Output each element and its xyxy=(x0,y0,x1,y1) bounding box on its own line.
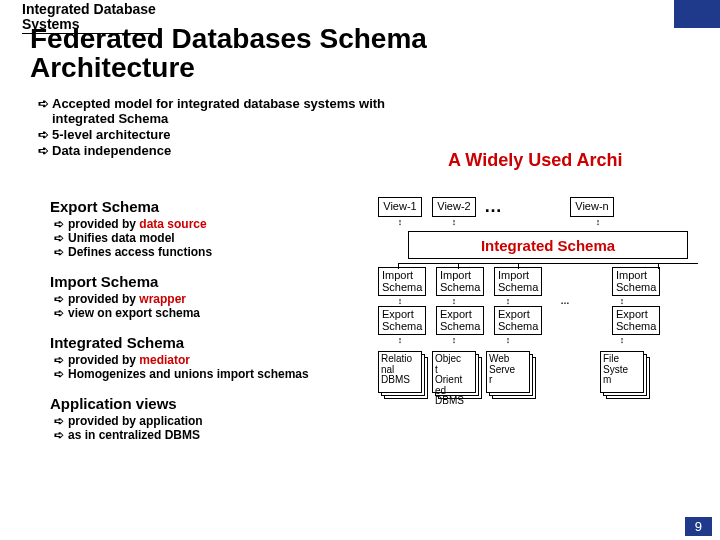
ellipsis-icon: … xyxy=(530,296,600,306)
updown-icon: ↕ xyxy=(486,296,530,306)
bullet-text: Accepted model for integrated database s… xyxy=(52,96,438,126)
architecture-diagram: View-1 View-2 … View-n ↕ ↕ ↕ Integrated … xyxy=(378,196,718,397)
arrow-icon: ➪ xyxy=(54,292,68,306)
item-text: provided by xyxy=(68,217,139,231)
import-row: Import Schema Import Schema Import Schem… xyxy=(378,267,718,296)
item-red: mediator xyxy=(139,353,190,367)
hbar xyxy=(398,263,698,264)
section-heading: Export Schema xyxy=(50,198,360,215)
db-stack: File Syste m xyxy=(600,351,644,397)
ellipsis-icon: … xyxy=(476,196,510,217)
export-row: Export Schema Export Schema Export Schem… xyxy=(378,306,718,335)
updown-icon: ↕ xyxy=(576,217,620,227)
integrated-schema-box: Integrated Schema xyxy=(408,231,688,259)
updown-icon: ↕ xyxy=(600,296,644,306)
section-integrated-schema: Integrated Schema ➪provided by mediator … xyxy=(50,334,360,381)
arrow-icon: ➪ xyxy=(54,217,68,231)
db-stack: Relatio nal DBMS xyxy=(378,351,422,397)
item-text: provided by xyxy=(68,353,139,367)
item-text: provided by application xyxy=(68,414,203,428)
arrow-icon: ➪ xyxy=(54,353,68,367)
updown-icon: ↕ xyxy=(432,296,476,306)
arrow-icon: ➪ xyxy=(38,96,52,126)
section-heading: Application views xyxy=(50,395,360,412)
arrow-icon: ➪ xyxy=(54,306,68,320)
sections: Export Schema ➪provided by data source ➪… xyxy=(50,198,360,456)
section-export-schema: Export Schema ➪provided by data source ➪… xyxy=(50,198,360,259)
arrow-icon: ➪ xyxy=(54,428,68,442)
item-text: Defines access functions xyxy=(68,245,212,259)
section-application-views: Application views ➪provided by applicati… xyxy=(50,395,360,442)
bullet-text: 5-level architecture xyxy=(52,127,171,142)
view-box: View-2 xyxy=(432,197,476,217)
export-schema-box: Export Schema xyxy=(436,306,484,335)
arrow-icon: ➪ xyxy=(38,127,52,142)
export-schema-box: Export Schema xyxy=(378,306,426,335)
item-text: provided by xyxy=(68,292,139,306)
arrow-icon: ➪ xyxy=(54,414,68,428)
bullet-text: Data independence xyxy=(52,143,171,158)
item-text: as in centralized DBMS xyxy=(68,428,200,442)
export-schema-box: Export Schema xyxy=(612,306,660,335)
decor-blue-block xyxy=(674,0,720,28)
slide-number: 9 xyxy=(685,517,712,536)
db-stack: Objec t Orient ed DBMS xyxy=(432,351,476,397)
db-row: Relatio nal DBMS Objec t Orient ed DBMS … xyxy=(378,351,718,397)
connectors: ↕ ↕ ↕ xyxy=(378,217,718,227)
import-schema-box: Import Schema xyxy=(612,267,660,296)
top-bullets: ➪Accepted model for integrated database … xyxy=(38,96,438,159)
updown-icon: ↕ xyxy=(378,335,422,345)
arrow-icon: ➪ xyxy=(54,245,68,259)
connectors: ↕ ↕ ↕ … ↕ xyxy=(378,296,718,306)
item-text: Unifies data model xyxy=(68,231,175,245)
arrow-icon: ➪ xyxy=(54,231,68,245)
connectors: ↕ ↕ ↕ ↕ xyxy=(378,335,718,345)
view-box: View-n xyxy=(570,197,614,217)
updown-icon: ↕ xyxy=(378,217,422,227)
updown-icon: ↕ xyxy=(432,217,476,227)
arrow-icon: ➪ xyxy=(54,367,68,381)
updown-icon: ↕ xyxy=(432,335,476,345)
import-schema-box: Import Schema xyxy=(378,267,426,296)
arrow-icon: ➪ xyxy=(38,143,52,158)
views-row: View-1 View-2 … View-n xyxy=(378,196,718,217)
item-text: view on export schema xyxy=(68,306,200,320)
import-schema-box: Import Schema xyxy=(494,267,542,296)
updown-icon: ↕ xyxy=(486,335,530,345)
subtitle-widely-used: A Widely Used Archi xyxy=(448,150,623,171)
slide-title: Federated Databases Schema Architecture xyxy=(30,24,427,83)
section-heading: Import Schema xyxy=(50,273,360,290)
view-box: View-1 xyxy=(378,197,422,217)
updown-icon: ↕ xyxy=(600,335,644,345)
db-stack: Web Serve r xyxy=(486,351,530,397)
section-heading: Integrated Schema xyxy=(50,334,360,351)
item-red: wrapper xyxy=(139,292,186,306)
item-text: Homogenizes and unions import schemas xyxy=(68,367,309,381)
export-schema-box: Export Schema xyxy=(494,306,542,335)
item-red: data source xyxy=(139,217,206,231)
section-import-schema: Import Schema ➪provided by wrapper ➪view… xyxy=(50,273,360,320)
import-schema-box: Import Schema xyxy=(436,267,484,296)
updown-icon: ↕ xyxy=(378,296,422,306)
